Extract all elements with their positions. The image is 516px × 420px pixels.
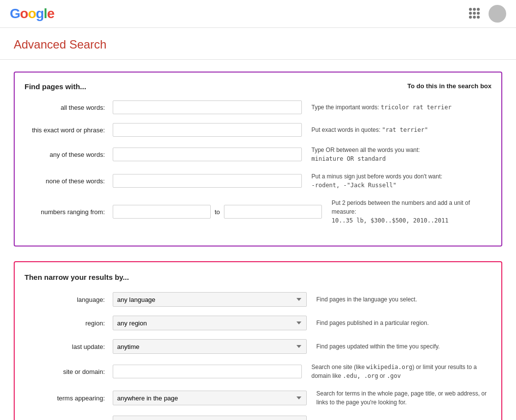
main-content: Find pages with... To do this in the sea… <box>0 72 516 420</box>
find-section-title: Find pages with... <box>25 82 86 91</box>
terms-appearing-hint: Search for terms in the whole page, page… <box>317 389 492 407</box>
any-words-row: any of these words: Type OR between all … <box>25 146 491 163</box>
last-update-select[interactable]: anytime <box>113 339 307 354</box>
all-words-label: all these words: <box>25 104 113 111</box>
any-words-label: any of these words: <box>25 151 113 158</box>
all-words-hint-mono: tricolor rat terrier <box>381 104 452 111</box>
divider <box>0 59 516 60</box>
all-words-input[interactable] <box>113 100 302 114</box>
numbers-row: numbers ranging from: to Put 2 periods b… <box>25 198 491 225</box>
none-words-label: none of these words: <box>25 177 113 185</box>
site-domain-example3: .gov <box>387 372 401 379</box>
file-type-select[interactable]: any format <box>113 416 307 420</box>
avatar[interactable] <box>489 5 506 23</box>
exact-word-hint-mono: "rat terrier" <box>382 126 428 133</box>
any-words-input[interactable] <box>113 148 302 161</box>
site-domain-row: site or domain: Search one site (like wi… <box>25 363 491 380</box>
site-domain-example: wikipedia.org <box>367 364 413 371</box>
any-words-hint: Type OR between all the words you want: … <box>312 146 492 163</box>
find-section: Find pages with... To do this in the sea… <box>14 72 502 247</box>
last-update-label: last update: <box>25 343 113 350</box>
numbers-label: numbers ranging from: <box>25 208 113 216</box>
terms-appearing-row: terms appearing: anywhere in the page Se… <box>25 389 491 407</box>
terms-appearing-select[interactable]: anywhere in the page <box>113 391 307 405</box>
region-hint: Find pages published in a particular reg… <box>317 319 492 327</box>
apps-icon[interactable] <box>469 8 481 20</box>
narrow-section-title: Then narrow your results by... <box>25 272 491 282</box>
exact-word-hint: Put exact words in quotes: "rat terrier" <box>312 125 492 134</box>
language-label: language: <box>25 296 113 303</box>
google-logo: Google <box>10 6 54 22</box>
region-label: region: <box>25 320 113 327</box>
site-domain-label: site or domain: <box>25 368 113 375</box>
none-words-input[interactable] <box>113 174 302 188</box>
numbers-hint: Put 2 periods between the numbers and ad… <box>332 198 491 225</box>
last-update-row: last update: anytime Find pages updated … <box>25 339 491 354</box>
exact-word-label: this exact word or phrase: <box>25 126 113 134</box>
site-domain-example2: .edu, .org <box>343 372 378 379</box>
all-words-row: all these words: Type the important word… <box>25 100 491 114</box>
region-select[interactable]: any region <box>113 316 307 330</box>
none-words-hint-mono: -rodent, -"Jack Russell" <box>312 182 396 189</box>
terms-appearing-label: terms appearing: <box>25 395 113 402</box>
range-to-label: to <box>215 208 220 216</box>
narrow-section: Then narrow your results by... language:… <box>14 261 502 420</box>
file-type-row: file type: any format Find pages in the … <box>25 416 491 420</box>
exact-word-row: this exact word or phrase: Put exact wor… <box>25 123 491 137</box>
all-words-hint: Type the important words: tricolor rat t… <box>312 103 492 112</box>
exact-word-input[interactable] <box>113 123 302 137</box>
find-section-hint: To do this in the search box <box>407 82 491 91</box>
last-update-hint: Find pages updated within the time you s… <box>317 342 492 351</box>
page-header: Google <box>0 0 516 28</box>
header-right <box>469 5 506 23</box>
language-hint: Find pages in the language you select. <box>317 295 492 304</box>
none-words-hint: Put a minus sign just before words you d… <box>312 172 492 190</box>
find-section-header: Find pages with... To do this in the sea… <box>25 82 491 91</box>
site-domain-hint: Search one site (like wikipedia.org) or … <box>312 363 492 380</box>
any-words-hint-mono: miniature OR standard <box>312 155 386 162</box>
region-row: region: any region Find pages published … <box>25 316 491 330</box>
site-domain-input[interactable] <box>113 365 302 378</box>
language-row: language: any language Find pages in the… <box>25 292 491 307</box>
numbers-hint-mono: 10..35 lb, $300..$500, 2010..2011 <box>332 217 448 224</box>
none-words-row: none of these words: Put a minus sign ju… <box>25 172 491 190</box>
range-to-input[interactable] <box>224 205 322 219</box>
page-title: Advanced Search <box>0 28 516 59</box>
range-from-input[interactable] <box>113 205 211 219</box>
language-select[interactable]: any language <box>113 292 307 307</box>
range-inputs: to <box>113 205 322 219</box>
